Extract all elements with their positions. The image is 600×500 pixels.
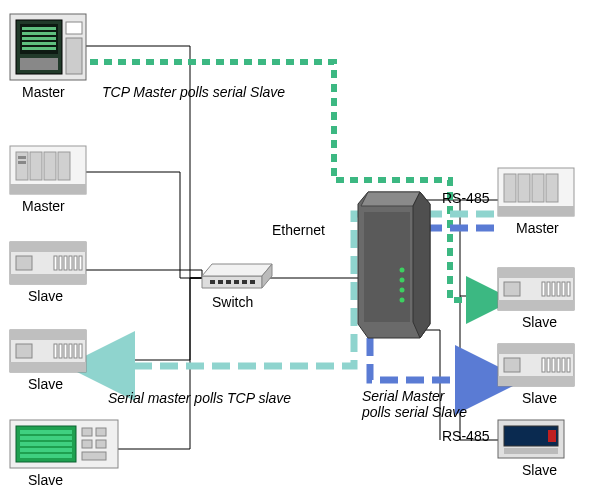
svg-rect-43: [20, 442, 72, 446]
svg-rect-12: [10, 184, 86, 194]
svg-rect-18: [18, 161, 26, 164]
svg-rect-22: [54, 256, 57, 270]
svg-rect-4: [22, 32, 56, 35]
svg-rect-27: [79, 256, 82, 270]
svg-rect-41: [20, 430, 72, 434]
device-slave-plc-1: [10, 242, 86, 284]
svg-rect-73: [552, 282, 555, 296]
svg-rect-16: [58, 152, 70, 180]
label-slave-r3: Slave: [522, 462, 557, 478]
svg-rect-85: [562, 358, 565, 372]
svg-rect-67: [546, 174, 558, 202]
svg-rect-15: [44, 152, 56, 180]
svg-rect-90: [548, 430, 556, 442]
svg-rect-44: [20, 448, 72, 452]
device-slave-right-2: [498, 344, 574, 386]
svg-rect-51: [210, 280, 215, 284]
svg-rect-81: [542, 358, 545, 372]
svg-rect-86: [567, 358, 570, 372]
label-master-2: Master: [22, 198, 65, 214]
svg-rect-55: [242, 280, 247, 284]
svg-rect-49: [96, 440, 106, 448]
svg-rect-77: [504, 282, 520, 296]
svg-rect-28: [16, 256, 32, 270]
svg-rect-10: [66, 38, 82, 74]
svg-rect-38: [16, 344, 32, 358]
label-rs485-bottom: RS-485: [442, 428, 489, 444]
svg-point-59: [400, 278, 405, 283]
svg-rect-84: [557, 358, 560, 372]
label-slave-r1: Slave: [522, 314, 557, 330]
label-path-serial-serial-2: polls serial Slave: [362, 404, 467, 420]
label-slave-3: Slave: [28, 472, 63, 488]
svg-rect-80: [498, 376, 574, 386]
svg-rect-75: [562, 282, 565, 296]
device-slave-panel: [10, 420, 118, 468]
svg-rect-46: [82, 428, 92, 436]
svg-rect-70: [498, 300, 574, 310]
svg-rect-54: [234, 280, 239, 284]
svg-rect-48: [82, 440, 92, 448]
svg-rect-21: [10, 274, 86, 284]
svg-rect-65: [518, 174, 530, 202]
label-switch: Switch: [212, 294, 253, 310]
svg-rect-42: [20, 436, 72, 440]
svg-rect-30: [10, 330, 86, 340]
svg-rect-14: [30, 152, 42, 180]
device-slave-plc-2: [10, 330, 86, 372]
svg-rect-47: [96, 428, 106, 436]
device-master-right: [498, 168, 574, 216]
label-slave-1: Slave: [28, 288, 63, 304]
svg-point-60: [400, 288, 405, 293]
svg-rect-7: [22, 47, 56, 50]
label-slave-2: Slave: [28, 376, 63, 392]
svg-rect-8: [20, 58, 58, 70]
svg-rect-63: [498, 206, 574, 216]
device-gateway: [358, 192, 430, 338]
svg-rect-37: [79, 344, 82, 358]
label-rs485-top: RS-485: [442, 190, 489, 206]
svg-rect-5: [22, 37, 56, 40]
svg-rect-83: [552, 358, 555, 372]
svg-rect-57: [364, 212, 410, 322]
svg-rect-25: [69, 256, 72, 270]
svg-rect-45: [20, 454, 72, 458]
label-path-serial-tcp: Serial master polls TCP slave: [108, 390, 291, 406]
device-slave-right-3: [498, 420, 564, 458]
svg-rect-87: [504, 358, 520, 372]
svg-rect-26: [74, 256, 77, 270]
svg-point-58: [400, 268, 405, 273]
device-master-hmi: [10, 14, 86, 80]
svg-rect-69: [498, 268, 574, 278]
svg-rect-36: [74, 344, 77, 358]
svg-rect-52: [218, 280, 223, 284]
svg-rect-71: [542, 282, 545, 296]
svg-rect-3: [22, 27, 56, 30]
svg-rect-9: [66, 22, 82, 34]
svg-rect-72: [547, 282, 550, 296]
label-ethernet: Ethernet: [272, 222, 325, 238]
svg-rect-53: [226, 280, 231, 284]
svg-point-61: [400, 298, 405, 303]
label-master-1: Master: [22, 84, 65, 100]
svg-rect-50: [82, 452, 106, 460]
device-slave-right-1: [498, 268, 574, 310]
device-master-rack: [10, 146, 86, 194]
svg-rect-23: [59, 256, 62, 270]
device-switch: [202, 264, 272, 288]
svg-rect-74: [557, 282, 560, 296]
svg-rect-82: [547, 358, 550, 372]
label-master-right: Master: [516, 220, 559, 236]
svg-rect-76: [567, 282, 570, 296]
svg-rect-33: [59, 344, 62, 358]
svg-rect-79: [498, 344, 574, 354]
label-path-tcp: TCP Master polls serial Slave: [102, 84, 285, 100]
svg-rect-31: [10, 362, 86, 372]
label-path-serial-serial-1: Serial Master: [362, 388, 444, 404]
label-slave-r2: Slave: [522, 390, 557, 406]
svg-rect-66: [532, 174, 544, 202]
svg-rect-91: [504, 448, 558, 454]
svg-rect-34: [64, 344, 67, 358]
svg-rect-56: [250, 280, 255, 284]
svg-rect-64: [504, 174, 516, 202]
